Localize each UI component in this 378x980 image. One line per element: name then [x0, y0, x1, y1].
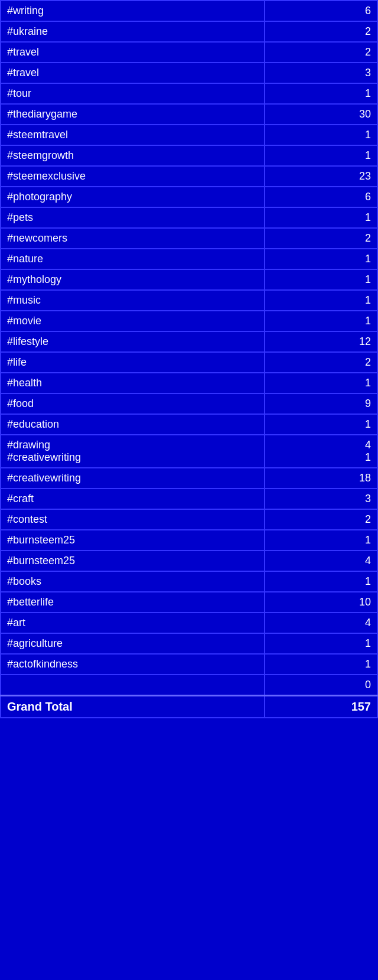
table-row: #movie1 [1, 311, 377, 331]
tag-cell: #photography [1, 187, 265, 207]
tag-cell: #travel [1, 63, 265, 83]
count-cell: 1 [265, 207, 377, 228]
table-row: #ukraine2 [1, 21, 377, 42]
count-cell: 41 [265, 435, 377, 468]
tag-cell: #agriculture [1, 633, 265, 654]
tag-cell: #burnsteem25 [1, 551, 265, 571]
tag-cell: #health [1, 373, 265, 393]
table-row: #contest2 [1, 509, 377, 530]
tag-cell: #steemgrowth [1, 145, 265, 166]
tag-cell: #tour [1, 83, 265, 104]
table-row: #creativewriting18 [1, 468, 377, 489]
tag-cell: #contest [1, 509, 265, 530]
table-row: #burnsteem251 [1, 530, 377, 551]
table-row: #education1 [1, 414, 377, 435]
tag-cell: #ukraine [1, 21, 265, 42]
tag-cell: #thediarygame [1, 104, 265, 125]
table-row: #pets1 [1, 207, 377, 228]
count-cell: 30 [265, 104, 377, 125]
count-cell: 1 [265, 373, 377, 393]
grand-total-label: Grand Total [1, 696, 265, 718]
tag-cell: #pets [1, 207, 265, 228]
count-cell: 3 [265, 63, 377, 83]
table-row: #writing6 [1, 1, 377, 21]
count-cell: 18 [265, 468, 377, 489]
empty-count-cell: 0 [265, 675, 377, 696]
table-row: #steemexclusive23 [1, 166, 377, 187]
count-cell: 1 [265, 125, 377, 145]
table-row: #newcomers2 [1, 228, 377, 249]
count-cell: 2 [265, 21, 377, 42]
table-row: #betterlife10 [1, 592, 377, 613]
count-cell: 2 [265, 509, 377, 530]
count-cell: 1 [265, 145, 377, 166]
count-cell: 9 [265, 393, 377, 414]
table-row: #actofkindness1 [1, 654, 377, 675]
table-row: #steemtravel1 [1, 125, 377, 145]
tag-cell: #travel [1, 42, 265, 63]
count-cell: 1 [265, 83, 377, 104]
table-row: #health1 [1, 373, 377, 393]
table-row: #lifestyle12 [1, 331, 377, 352]
tag-cell: #lifestyle [1, 331, 265, 352]
count-cell: 4 [265, 613, 377, 633]
table-row: #life2 [1, 352, 377, 373]
table-row: #burnsteem254 [1, 551, 377, 571]
table-row: #drawing#creativewriting41 [1, 435, 377, 468]
count-cell: 4 [265, 551, 377, 571]
tag-cell: #newcomers [1, 228, 265, 249]
hashtag-table: #writing6#ukraine2#travel2#travel3#tour1… [0, 0, 378, 718]
tag-cell: #creativewriting [1, 468, 265, 489]
count-cell: 6 [265, 187, 377, 207]
count-cell: 2 [265, 42, 377, 63]
table-row: #craft3 [1, 489, 377, 509]
count-cell: 3 [265, 489, 377, 509]
table-row: #art4 [1, 613, 377, 633]
table-row: #food9 [1, 393, 377, 414]
tag-cell: #burnsteem25 [1, 530, 265, 551]
count-cell: 23 [265, 166, 377, 187]
count-cell: 1 [265, 249, 377, 269]
tag-cell: #education [1, 414, 265, 435]
table-row: #tour1 [1, 83, 377, 104]
tag-cell: #food [1, 393, 265, 414]
tag-cell: #nature [1, 249, 265, 269]
tag-cell: #actofkindness [1, 654, 265, 675]
table-row: #thediarygame30 [1, 104, 377, 125]
table-row: #travel3 [1, 63, 377, 83]
count-cell: 1 [265, 571, 377, 592]
count-cell: 1 [265, 414, 377, 435]
empty-tag-cell [1, 675, 265, 696]
tag-cell: #writing [1, 1, 265, 21]
tag-cell: #betterlife [1, 592, 265, 613]
grand-total-count: 157 [265, 696, 377, 718]
tag-cell: #art [1, 613, 265, 633]
table-row: #travel2 [1, 42, 377, 63]
table-row: #nature1 [1, 249, 377, 269]
count-cell: 6 [265, 1, 377, 21]
tag-cell: #books [1, 571, 265, 592]
count-cell: 1 [265, 311, 377, 331]
count-cell: 10 [265, 592, 377, 613]
count-cell: 2 [265, 228, 377, 249]
tag-cell: #drawing#creativewriting [1, 435, 265, 468]
empty-row: 0 [1, 675, 377, 696]
count-cell: 1 [265, 530, 377, 551]
count-cell: 2 [265, 352, 377, 373]
count-cell: 1 [265, 633, 377, 654]
tag-cell: #life [1, 352, 265, 373]
count-cell: 1 [265, 654, 377, 675]
table-row: #books1 [1, 571, 377, 592]
tag-cell: #steemexclusive [1, 166, 265, 187]
table-row: #mythology1 [1, 269, 377, 290]
count-cell: 12 [265, 331, 377, 352]
count-cell: 1 [265, 269, 377, 290]
count-cell: 1 [265, 290, 377, 311]
table-row: #photography6 [1, 187, 377, 207]
tag-cell: #steemtravel [1, 125, 265, 145]
tag-cell: #mythology [1, 269, 265, 290]
table-row: #music1 [1, 290, 377, 311]
table-row: #steemgrowth1 [1, 145, 377, 166]
table-container: #writing6#ukraine2#travel2#travel3#tour1… [0, 0, 378, 718]
table-row: #agriculture1 [1, 633, 377, 654]
